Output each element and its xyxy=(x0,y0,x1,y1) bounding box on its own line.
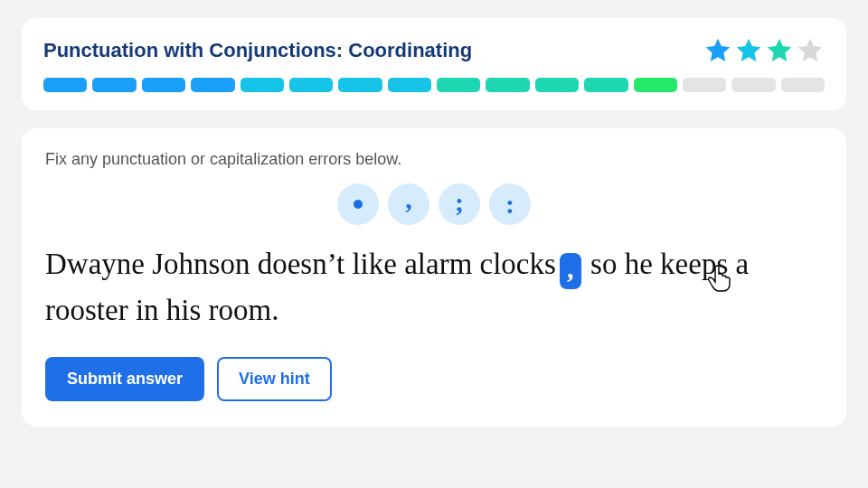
semicolon-icon: ; xyxy=(455,189,464,216)
submit-answer-button[interactable]: Submit answer xyxy=(45,357,204,401)
progress-segment xyxy=(92,78,136,92)
question-card: Fix any punctuation or capitalization er… xyxy=(22,128,846,427)
period-icon xyxy=(354,200,363,209)
progress-segment xyxy=(731,78,775,92)
header-top: Punctuation with Conjunctions: Coordinat… xyxy=(43,36,825,65)
action-buttons: Submit answer View hint xyxy=(45,357,823,401)
comma-button[interactable]: , xyxy=(388,183,429,225)
inserted-comma-chip[interactable]: , xyxy=(560,253,581,289)
sentence-pre: Dwayne Johnson doesn’t like alarm clocks xyxy=(45,248,556,280)
progress-segment xyxy=(535,78,579,92)
progress-segment xyxy=(43,78,87,92)
star-icon xyxy=(796,36,825,65)
instruction-text: Fix any punctuation or capitalization er… xyxy=(45,150,823,169)
progress-segment xyxy=(289,78,333,92)
period-button[interactable] xyxy=(337,183,379,225)
lesson-header-card: Punctuation with Conjunctions: Coordinat… xyxy=(22,18,846,110)
progress-segment xyxy=(388,78,431,92)
progress-segment xyxy=(486,78,529,92)
punctuation-toolbar: , ; : xyxy=(45,183,823,225)
progress-segment xyxy=(634,78,677,92)
colon-icon: : xyxy=(505,191,514,218)
semicolon-button[interactable]: ; xyxy=(439,183,480,225)
progress-segment xyxy=(683,78,726,92)
progress-segment xyxy=(241,78,284,92)
star-icon xyxy=(765,36,794,65)
progress-segment xyxy=(584,78,627,92)
comma-icon: , xyxy=(405,185,412,212)
star-icon xyxy=(703,36,732,65)
progress-segment xyxy=(191,78,234,92)
progress-segment xyxy=(781,78,825,92)
colon-button[interactable]: : xyxy=(489,183,531,225)
editable-sentence[interactable]: Dwayne Johnson doesn’t like alarm clocks… xyxy=(45,241,823,333)
star-icon xyxy=(734,36,763,65)
progress-segment xyxy=(437,78,480,92)
view-hint-button[interactable]: View hint xyxy=(217,357,332,401)
star-rating xyxy=(703,36,825,65)
progress-bar xyxy=(43,78,825,92)
progress-segment xyxy=(142,78,185,92)
lesson-title: Punctuation with Conjunctions: Coordinat… xyxy=(43,39,472,62)
progress-segment xyxy=(338,78,382,92)
